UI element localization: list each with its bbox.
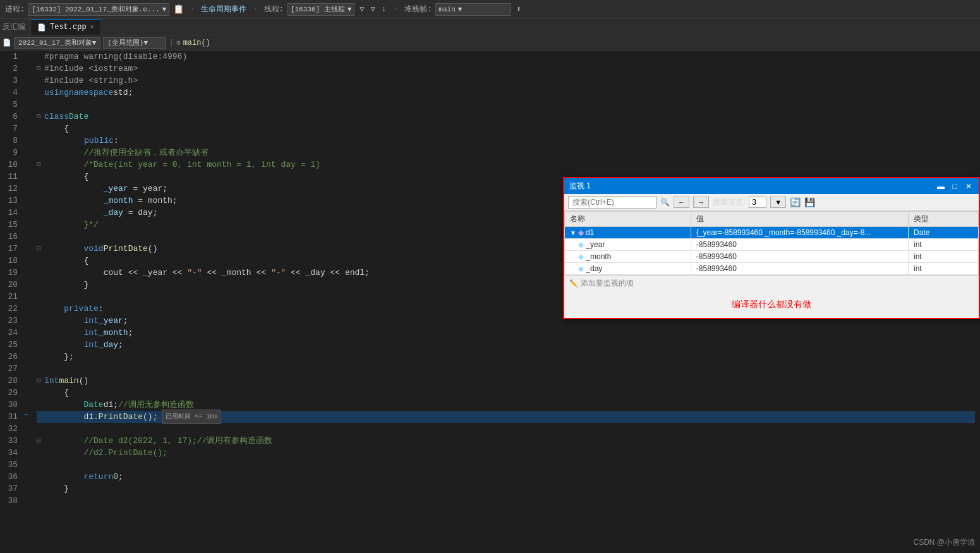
stack-icon[interactable]: ⬆ (515, 3, 522, 15)
watch-depth-input[interactable] (749, 197, 766, 208)
fold-icon-17[interactable]: ⊟ (37, 243, 44, 255)
line-number-11: 11 (5, 171, 18, 183)
breadcrumb-file-chevron: ▼ (92, 39, 97, 47)
watch-depth-chevron[interactable]: ▼ (770, 197, 786, 208)
code-line-26: }; (37, 351, 975, 363)
breadcrumb-scope-dropdown[interactable]: (全局范围) ▼ (103, 37, 166, 49)
fold-spacer-31 (37, 411, 44, 423)
line-number-17: 17 (5, 243, 18, 255)
fold-spacer-24 (37, 327, 44, 339)
editor-area: 1234567891011121314151617181920212223242… (0, 51, 980, 553)
watch-search-input[interactable] (568, 196, 656, 209)
watch-minimize-btn[interactable]: ▬ (936, 182, 946, 191)
fold-icon-28[interactable]: ⊟ (37, 375, 44, 387)
watch-footer[interactable]: ✏️ 添加要监视的项 (564, 275, 979, 291)
filter-icon-2[interactable]: ▽ (370, 3, 377, 15)
tab-test-cpp[interactable]: 📄 Test.cpp × (30, 19, 101, 35)
fold-spacer-16 (37, 231, 44, 243)
line-number-28: 28 (5, 375, 18, 387)
watch-search-icon[interactable]: 🔍 (660, 198, 670, 207)
line-number-9: 9 (5, 147, 18, 159)
fold-spacer-35 (37, 459, 44, 471)
watch-tool-icon-2[interactable]: 💾 (804, 197, 815, 207)
process-dropdown[interactable]: [16332] 2022_01_17_类和对象.e... ▼ (28, 3, 169, 16)
line-number-32: 32 (5, 423, 18, 435)
toolbar-sep-1: · (190, 5, 195, 14)
code-line-24: int _month; (37, 327, 975, 339)
line-number-12: 12 (5, 183, 18, 195)
watch-col-type: 类型 (908, 212, 978, 227)
fold-spacer-36 (37, 471, 44, 483)
watch-close-btn[interactable]: ✕ (964, 182, 974, 191)
watch-tool-icon-1[interactable]: 🔄 (790, 197, 801, 207)
tab-file-icon: 📄 (37, 23, 46, 32)
code-line-10: ⊟ /*Date(int year = 0, int month = 1, in… (37, 159, 975, 171)
line-number-2: 2 (5, 63, 18, 75)
arrow-indicator: ➡ (24, 411, 28, 419)
breadcrumb-file-dropdown[interactable]: 2022_01_17_类和对象 ▼ (14, 37, 100, 49)
stack-chevron: ▼ (458, 6, 463, 13)
thread-dropdown[interactable]: [16336] 主线程 ▼ (287, 3, 354, 16)
fold-spacer-13 (37, 195, 44, 207)
line-number-31: 31 (5, 411, 18, 423)
fold-spacer-12 (37, 183, 44, 195)
watch-cell-name-0: ▼◆d1 (565, 227, 691, 239)
fold-spacer-4 (37, 87, 44, 99)
fold-spacer-1 (37, 51, 44, 63)
fold-icon-33[interactable]: ⊟ (37, 435, 44, 447)
line-number-27: 27 (5, 363, 18, 375)
toolbar-sep-2: · (253, 5, 257, 14)
code-line-1: #pragma warning(disable:4996) (37, 51, 975, 63)
line-number-6: 6 (5, 111, 18, 123)
thread-value: [16336] 主线程 (291, 4, 345, 14)
filter-icon-3[interactable]: ↕ (380, 4, 387, 15)
line-number-13: 13 (5, 195, 18, 207)
stack-dropdown[interactable]: main ▼ (435, 3, 511, 16)
compiler-note-text: 编译器什么都没有做 (732, 299, 811, 309)
thread-label: 线程: (264, 4, 284, 15)
fold-icon-10[interactable]: ⊟ (37, 159, 44, 171)
line-number-35: 35 (5, 459, 18, 471)
filter-icon-1[interactable]: ▽ (358, 3, 365, 15)
fold-spacer-14 (37, 207, 44, 219)
watch-col-value: 值 (691, 212, 908, 227)
line-number-22: 22 (5, 303, 18, 315)
watch-back-btn[interactable]: ← (674, 197, 689, 208)
line-number-14: 14 (5, 207, 18, 219)
lifecycle-btn[interactable]: 生命周期事件 (201, 4, 246, 15)
line-number-15: 15 (5, 219, 18, 231)
watch-row-3[interactable]: ◆_day-858993460int (565, 263, 979, 275)
fold-spacer-27 (37, 363, 44, 375)
fold-icon-2[interactable]: ⊟ (37, 63, 44, 75)
tab-decompile[interactable]: 反汇编 (3, 21, 25, 32)
watch-row-0[interactable]: ▼◆d1{_year=-858993460 _month=-858993460 … (565, 227, 979, 239)
line-number-30: 30 (5, 399, 18, 411)
watch-row-1[interactable]: ◆_year-858993460int (565, 239, 979, 251)
line-number-26: 26 (5, 351, 18, 363)
fold-spacer-34 (37, 447, 44, 459)
watch-col-name: 名称 (565, 212, 691, 227)
code-line-7: { (37, 123, 975, 135)
code-line-8: public: (37, 135, 975, 147)
line-number-20: 20 (5, 279, 18, 291)
line-number-3: 3 (5, 75, 18, 87)
watch-add-icon: ✏️ (569, 279, 578, 288)
line-numbers: 1234567891011121314151617181920212223242… (0, 51, 23, 553)
fold-spacer-25 (37, 339, 44, 351)
fold-icon-6[interactable]: ⊟ (37, 111, 44, 123)
line-number-10: 10 (5, 159, 18, 171)
tab-close-btn[interactable]: × (90, 23, 95, 31)
code-line-2: ⊟#include <iostream> (37, 63, 975, 75)
line-number-37: 37 (5, 483, 18, 495)
watch-forward-btn[interactable]: → (693, 197, 709, 208)
fold-spacer-32 (37, 423, 44, 435)
breadcrumb-file-value: 2022_01_17_类和对象 (18, 38, 92, 47)
toolbar-sep-3: · (394, 5, 398, 14)
fold-spacer-9 (37, 147, 44, 159)
code-line-34: //d2.PrintDate(); (37, 447, 975, 459)
watch-title-bar: 监视 1 ▬ □ ✕ (564, 178, 979, 194)
fold-spacer-19 (37, 267, 44, 279)
watch-row-2[interactable]: ◆_month-858993460int (565, 251, 979, 263)
watch-cell-value-1: -858993460 (691, 239, 908, 251)
watch-restore-btn[interactable]: □ (950, 182, 960, 191)
